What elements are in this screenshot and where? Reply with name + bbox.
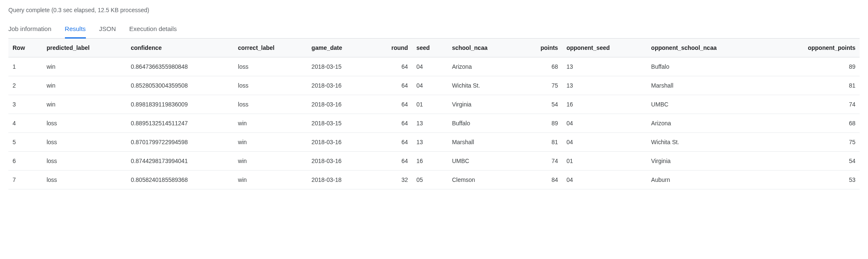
cell-opponent_points: 75: [768, 133, 860, 152]
column-header-game_date: game_date: [307, 39, 372, 57]
cell-points: 68: [520, 57, 563, 76]
cell-opponent_school_ncaa: Buffalo: [647, 57, 768, 76]
cell-school_ncaa: Virginia: [448, 95, 520, 114]
cell-school_ncaa: Marshall: [448, 133, 520, 152]
tab-job-information[interactable]: Job information: [8, 22, 52, 39]
table-row: 2win0.8528053004359508loss2018-03-166404…: [8, 76, 860, 95]
cell-seed: 16: [412, 152, 448, 171]
column-header-predicted_label: predicted_label: [42, 39, 127, 57]
table-row: 7loss0.8058240185589368win2018-03-183205…: [8, 171, 860, 189]
table-row: 3win0.8981839119836009loss2018-03-166401…: [8, 95, 860, 114]
cell-predicted_label: win: [42, 57, 127, 76]
column-header-opponent_points: opponent_points: [768, 39, 860, 57]
column-header-seed: seed: [412, 39, 448, 57]
column-header-opponent_seed: opponent_seed: [562, 39, 647, 57]
column-header-school_ncaa: school_ncaa: [448, 39, 520, 57]
cell-seed: 04: [412, 57, 448, 76]
cell-game_date: 2018-03-18: [307, 171, 372, 189]
cell-opponent_school_ncaa: Marshall: [647, 76, 768, 95]
cell-opponent_points: 89: [768, 57, 860, 76]
cell-opponent_seed: 13: [562, 57, 647, 76]
cell-confidence: 0.8744298173994041: [127, 152, 234, 171]
column-header-round: round: [371, 39, 412, 57]
cell-opponent_points: 68: [768, 114, 860, 133]
cell-row: 7: [8, 171, 42, 189]
cell-opponent_school_ncaa: Auburn: [647, 171, 768, 189]
cell-confidence: 0.8981839119836009: [127, 95, 234, 114]
cell-predicted_label: loss: [42, 133, 127, 152]
cell-game_date: 2018-03-16: [307, 152, 372, 171]
cell-predicted_label: loss: [42, 114, 127, 133]
cell-correct_label: win: [234, 114, 307, 133]
cell-opponent_points: 53: [768, 171, 860, 189]
table-row: 4loss0.8895132514511247win2018-03-156413…: [8, 114, 860, 133]
cell-seed: 01: [412, 95, 448, 114]
tab-execution-details[interactable]: Execution details: [129, 22, 177, 39]
cell-points: 84: [520, 171, 563, 189]
cell-points: 54: [520, 95, 563, 114]
cell-predicted_label: loss: [42, 171, 127, 189]
cell-row: 2: [8, 76, 42, 95]
cell-opponent_seed: 01: [562, 152, 647, 171]
cell-seed: 13: [412, 133, 448, 152]
cell-points: 75: [520, 76, 563, 95]
cell-seed: 04: [412, 76, 448, 95]
column-header-points: points: [520, 39, 563, 57]
tab-json[interactable]: JSON: [99, 22, 116, 39]
cell-confidence: 0.8895132514511247: [127, 114, 234, 133]
column-header-row: Row: [8, 39, 42, 57]
cell-correct_label: loss: [234, 95, 307, 114]
tab-results[interactable]: Results: [65, 22, 86, 39]
cell-round: 64: [371, 114, 412, 133]
cell-row: 6: [8, 152, 42, 171]
cell-opponent_school_ncaa: UMBC: [647, 95, 768, 114]
cell-round: 32: [371, 171, 412, 189]
cell-points: 89: [520, 114, 563, 133]
table-header: Rowpredicted_labelconfidencecorrect_labe…: [8, 39, 860, 57]
column-header-confidence: confidence: [127, 39, 234, 57]
result-tabs: Job informationResultsJSONExecution deta…: [8, 22, 860, 39]
cell-round: 64: [371, 57, 412, 76]
cell-correct_label: loss: [234, 57, 307, 76]
cell-confidence: 0.8058240185589368: [127, 171, 234, 189]
cell-row: 3: [8, 95, 42, 114]
cell-round: 64: [371, 133, 412, 152]
cell-points: 74: [520, 152, 563, 171]
column-header-correct_label: correct_label: [234, 39, 307, 57]
cell-confidence: 0.8647366355980848: [127, 57, 234, 76]
cell-correct_label: loss: [234, 76, 307, 95]
cell-game_date: 2018-03-15: [307, 57, 372, 76]
cell-predicted_label: loss: [42, 152, 127, 171]
cell-round: 64: [371, 95, 412, 114]
cell-predicted_label: win: [42, 95, 127, 114]
table-row: 1win0.8647366355980848loss2018-03-156404…: [8, 57, 860, 76]
cell-opponent_school_ncaa: Virginia: [647, 152, 768, 171]
cell-seed: 13: [412, 114, 448, 133]
cell-points: 81: [520, 133, 563, 152]
cell-opponent_seed: 04: [562, 114, 647, 133]
cell-opponent_points: 81: [768, 76, 860, 95]
cell-opponent_seed: 16: [562, 95, 647, 114]
cell-school_ncaa: Arizona: [448, 57, 520, 76]
cell-row: 4: [8, 114, 42, 133]
table-body: 1win0.8647366355980848loss2018-03-156404…: [8, 57, 860, 189]
cell-school_ncaa: Buffalo: [448, 114, 520, 133]
cell-seed: 05: [412, 171, 448, 189]
results-table: Rowpredicted_labelconfidencecorrect_labe…: [8, 39, 860, 189]
cell-school_ncaa: UMBC: [448, 152, 520, 171]
cell-round: 64: [371, 152, 412, 171]
cell-opponent_points: 54: [768, 152, 860, 171]
cell-confidence: 0.8701799722994598: [127, 133, 234, 152]
cell-school_ncaa: Wichita St.: [448, 76, 520, 95]
cell-opponent_seed: 04: [562, 133, 647, 152]
cell-opponent_school_ncaa: Arizona: [647, 114, 768, 133]
table-row: 6loss0.8744298173994041win2018-03-166416…: [8, 152, 860, 171]
cell-game_date: 2018-03-16: [307, 76, 372, 95]
table-row: 5loss0.8701799722994598win2018-03-166413…: [8, 133, 860, 152]
cell-correct_label: win: [234, 152, 307, 171]
cell-confidence: 0.8528053004359508: [127, 76, 234, 95]
cell-predicted_label: win: [42, 76, 127, 95]
cell-school_ncaa: Clemson: [448, 171, 520, 189]
query-status: Query complete (0.3 sec elapsed, 12.5 KB…: [8, 7, 860, 13]
cell-correct_label: win: [234, 171, 307, 189]
